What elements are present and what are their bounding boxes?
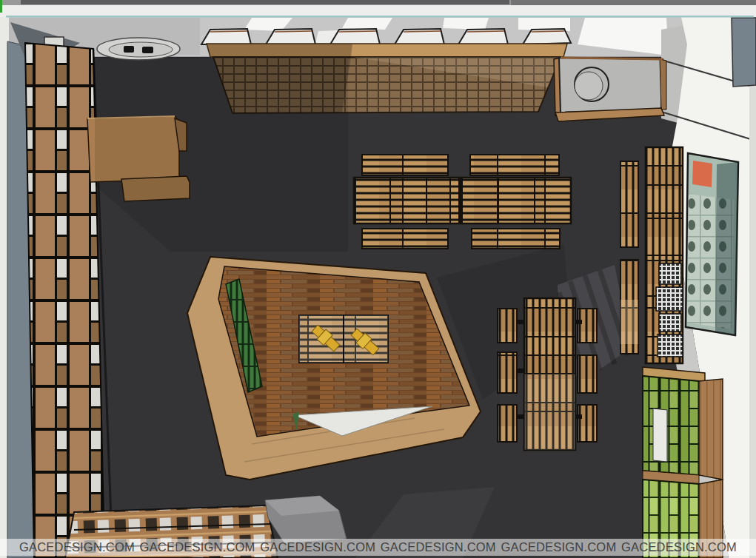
render-viewport: GACEDESIGN.COM GACEDESIGN.COM GACEDESIGN… [0, 0, 756, 558]
ceiling-light [97, 38, 180, 60]
slatted-coffee-table [299, 315, 388, 363]
bench [578, 355, 597, 393]
watermark-text: GACEDESIGN.COM [19, 540, 135, 554]
vent-glyph [124, 46, 134, 53]
bench [362, 229, 448, 249]
watermark-text: GACEDESIGN.COM [140, 540, 255, 554]
mesh-boxes [656, 263, 683, 357]
vent-glyph [142, 47, 153, 53]
corner-cabinet [554, 58, 666, 121]
watermark-text: GACEDESIGN.COM [501, 540, 616, 554]
bench [498, 405, 517, 442]
watermark-text: GACEDESIGN.COM [260, 540, 375, 554]
bench [498, 309, 517, 343]
bench [578, 309, 597, 343]
blue-panel [732, 18, 756, 87]
scene-svg [0, 0, 756, 558]
study-table-right [498, 298, 597, 450]
watermark-text: GACEDESIGN.COM [381, 540, 496, 554]
bench [498, 352, 517, 393]
bench [620, 161, 638, 247]
bench [470, 155, 559, 175]
watermark-text: GACEDESIGN.COM [621, 540, 737, 554]
axis-line [0, 0, 2, 13]
bench [362, 155, 448, 175]
top-frame [0, 0, 756, 18]
green-lockers [643, 367, 723, 558]
poster-orange-block [692, 161, 712, 187]
bench [472, 229, 560, 249]
wall-poster [686, 153, 738, 335]
bench [578, 405, 597, 442]
watermark-band: GACEDESIGN.COM GACEDESIGN.COM GACEDESIGN… [0, 539, 756, 556]
